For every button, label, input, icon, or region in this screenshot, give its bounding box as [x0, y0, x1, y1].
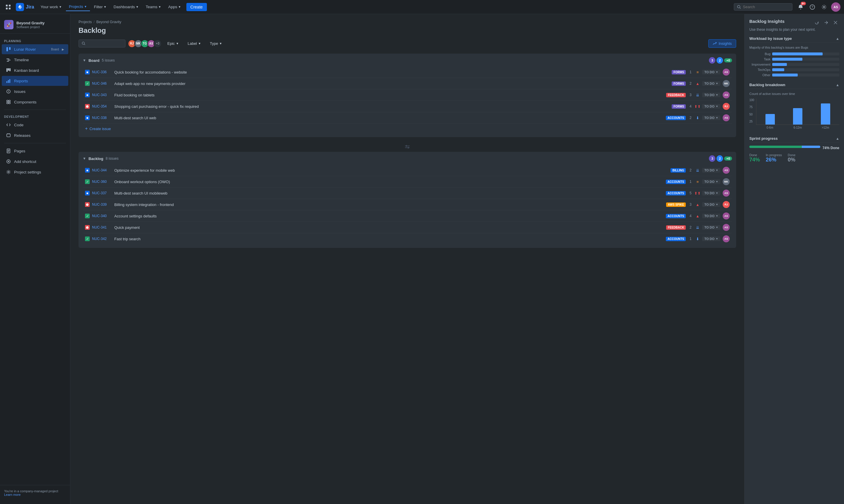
sidebar-item-pages[interactable]: Pages	[2, 146, 68, 156]
svg-line-6	[740, 7, 740, 8]
issue-key: NUC-337	[92, 191, 112, 195]
board-issue-nuc346[interactable]: ✓ NUC-346 Adapt web app no new payments …	[83, 78, 732, 89]
status-badge[interactable]: TO DO ▼	[702, 179, 720, 184]
insights-refresh-button[interactable]	[813, 19, 821, 26]
search-input[interactable]	[743, 5, 784, 9]
status-badge[interactable]: TO DO ▼	[702, 214, 720, 218]
backlog-issue-nuc337[interactable]: ■ NUC-337 Multi-dest search UI mobileweb…	[83, 187, 732, 199]
sidebar-item-releases[interactable]: Releases	[2, 130, 68, 140]
status-badge[interactable]: TO DO ▼	[702, 236, 720, 241]
priority-icon: ▲	[695, 81, 700, 86]
learn-more-link[interactable]: Learn more	[4, 493, 20, 497]
breakdown-section-header[interactable]: Backlog breakdown ▲	[749, 83, 839, 89]
sidebar-item-components[interactable]: Components	[2, 97, 68, 107]
user-avatar[interactable]: AS	[831, 2, 841, 12]
insights-button[interactable]: Insights	[708, 39, 736, 48]
chart-label-other: Other	[749, 73, 770, 77]
status-badge[interactable]: TO DO ▼	[702, 104, 720, 109]
backlog-issue-nuc341[interactable]: ⬟ NUC-341 Quick payment FEEDBACK 2 ⇊ TO …	[83, 222, 732, 233]
projects-menu[interactable]: Projects ▼	[66, 3, 90, 11]
issue-title: Account settings defaults	[114, 214, 663, 218]
status-badge[interactable]: TO DO ▼	[702, 115, 720, 120]
dashboards-menu[interactable]: Dashboards ▼	[111, 3, 142, 11]
settings-button[interactable]	[820, 2, 829, 12]
teams-menu[interactable]: Teams ▼	[143, 3, 164, 11]
epic-filter[interactable]: Epic ▼	[164, 39, 182, 48]
sidebar-item-project-settings[interactable]: Project settings	[2, 167, 68, 177]
label-filter[interactable]: Label ▼	[184, 39, 204, 48]
chart-label-improvement: Improvement	[749, 63, 770, 66]
sprint-section-header[interactable]: Sprint progress ▲	[749, 136, 839, 143]
sidebar-item-timeline[interactable]: Timeline	[2, 55, 68, 65]
sidebar-item-board[interactable]: Lunar Rover Board ▶	[2, 44, 68, 54]
chart-row-other: Other	[749, 73, 839, 77]
sidebar-item-issues[interactable]: Issues	[2, 87, 68, 96]
issue-key: NUC-354	[92, 104, 112, 108]
svg-rect-1	[9, 5, 11, 6]
workload-section-header[interactable]: Workload by issue type ▲	[749, 36, 839, 43]
project-type: Software project	[16, 25, 44, 29]
issue-title: Multi-dest search UI mobileweb	[114, 191, 663, 195]
create-button[interactable]: Create	[186, 3, 207, 11]
toolbar-search[interactable]	[78, 39, 125, 48]
help-button[interactable]: ?	[808, 2, 817, 12]
insights-panel-header: Backlog Insights	[749, 19, 839, 26]
status-badge[interactable]: TO DO ▼	[702, 191, 720, 195]
global-search[interactable]	[734, 3, 792, 11]
backlog-issue-nuc339[interactable]: ⬟ NUC-339 Billing system integration - f…	[83, 199, 732, 210]
breadcrumb-project[interactable]: Beyond Gravity	[96, 20, 121, 24]
board-section-header[interactable]: ▼ Board 5 issues 3 2 +0	[83, 57, 732, 64]
filter-menu[interactable]: Filter ▼	[91, 3, 110, 11]
board-badge-2: 2	[717, 57, 723, 64]
issue-title: Onboard workout options (OWO)	[114, 180, 663, 184]
backlog-section-header[interactable]: ▼ Backlog 8 issues 3 2 +0	[83, 155, 732, 162]
insights-panel: Backlog Insights Use these insights to p…	[744, 14, 844, 504]
sprint-stat-remaining: Done 0%	[788, 153, 795, 163]
issue-avatar: RJ	[723, 103, 730, 110]
svg-point-39	[8, 172, 10, 173]
sidebar-item-code[interactable]: Code	[2, 120, 68, 130]
status-badge[interactable]: TO DO ▼	[702, 225, 720, 230]
status-badge[interactable]: TO DO ▼	[702, 70, 720, 74]
notifications-button[interactable]: 9+	[796, 2, 805, 12]
releases-label: Releases	[14, 133, 64, 138]
type-filter[interactable]: Type ▼	[206, 39, 226, 48]
jira-logo[interactable]: Jira	[14, 3, 36, 11]
insights-close-button[interactable]	[832, 19, 839, 26]
avatar-extra[interactable]: +3	[154, 39, 162, 48]
backlog-issue-nuc344[interactable]: ■ NUC-344 Optimize experience for mobile…	[83, 165, 732, 176]
backlog-chevron: ▼	[83, 157, 86, 161]
insights-actions	[813, 19, 839, 26]
board-issue-nuc338[interactable]: ■ NUC-338 Multi-dest search UI web ACCOU…	[83, 112, 732, 124]
backlog-issue-nuc340[interactable]: ✓ NUC-340 Account settings defaults ACCO…	[83, 210, 732, 222]
sidebar-item-add-shortcut[interactable]: Add shortcut	[2, 157, 68, 166]
assignee-filter[interactable]: RJ MK TG AS +3	[128, 39, 162, 48]
sidebar-item-reports[interactable]: Reports	[2, 76, 68, 86]
project-settings-icon	[6, 169, 11, 175]
backlog-issue-nuc360[interactable]: ✓ NUC-360 Onboard workout options (OWO) …	[83, 176, 732, 187]
apps-menu[interactable]: Apps ▼	[165, 3, 184, 11]
board-issue-nuc343[interactable]: ■ NUC-343 Fluid booking on tablets FEEDB…	[83, 89, 732, 101]
issue-type-icon: ■	[85, 168, 90, 173]
backlog-search-input[interactable]	[87, 41, 120, 46]
board-icon	[6, 47, 11, 52]
svg-point-9	[823, 6, 825, 8]
status-badge[interactable]: TO DO ▼	[702, 93, 720, 97]
backlog-issue-nuc342[interactable]: ✓ NUC-342 Fast trip search ACCOUNTS 1 ⬇ …	[83, 233, 732, 245]
board-issue-nuc336[interactable]: ■ NUC-336 Quick booking for accomodation…	[83, 67, 732, 78]
status-badge[interactable]: TO DO ▼	[702, 202, 720, 207]
project-header[interactable]: 🚀 Beyond Gravity Software project	[0, 18, 70, 34]
create-issue-button[interactable]: + Create issue	[83, 124, 732, 133]
issue-avatar: AS	[723, 91, 730, 98]
board-issue-nuc354[interactable]: ⬟ NUC-354 Shopping cart purchasing error…	[83, 101, 732, 112]
insights-expand-button[interactable]	[822, 19, 830, 26]
breakdown-bars	[756, 98, 839, 125]
issue-title: Multi-dest search UI web	[114, 116, 663, 120]
status-badge[interactable]: TO DO ▼	[702, 81, 720, 86]
status-badge[interactable]: TO DO ▼	[702, 168, 720, 173]
your-work-menu[interactable]: Your work ▼	[37, 3, 65, 11]
sidebar-item-kanban[interactable]: Kanban board	[2, 65, 68, 75]
app-grid-icon[interactable]	[3, 2, 13, 12]
breadcrumb-projects[interactable]: Projects	[78, 20, 92, 24]
pages-label: Pages	[14, 149, 64, 153]
